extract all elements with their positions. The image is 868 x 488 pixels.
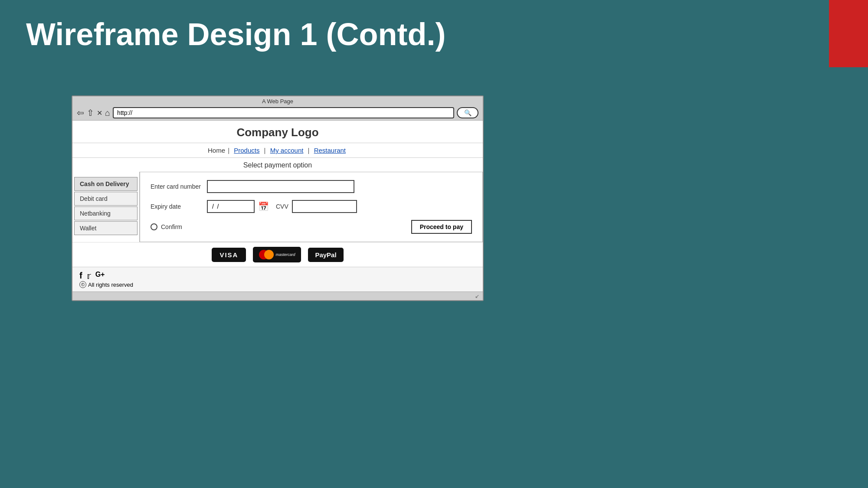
nav-sep-2: | (264, 147, 266, 154)
nav-links: Home | Products | My account | Restauran… (72, 143, 483, 158)
nav-account[interactable]: My account (270, 147, 304, 154)
browser-nav-bar: ⇦ ⇧ ✕ ⌂ 🔍 (72, 105, 483, 120)
payment-section-title: Select payment option (72, 158, 483, 172)
payment-sidebar: Cash on Delivery Debit card Netbanking W… (72, 172, 140, 242)
card-number-input[interactable] (207, 180, 354, 193)
copyright-line: © All rights reserved (79, 281, 476, 288)
copyright-symbol: © (79, 281, 86, 288)
payment-logos-bar: VISA mastercard PayPal (72, 242, 483, 267)
paypal-logo: PayPal (308, 248, 343, 262)
confirm-proceed-row: Confirm Proceed to pay (151, 220, 472, 234)
social-footer: f 𝕣 G+ © All rights reserved (72, 267, 483, 291)
visa-logo: VISA (212, 248, 246, 262)
confirm-label: Confirm (161, 223, 182, 230)
facebook-icon[interactable]: f (79, 271, 82, 281)
cvv-label: CVV (276, 203, 288, 210)
slide-title: Wireframe Design 1 (Contd.) (0, 0, 868, 60)
browser-title: A Web Page (72, 96, 483, 105)
company-logo: Company Logo (72, 121, 483, 143)
expiry-label: Expiry date (151, 203, 207, 210)
mastercard-logo: mastercard (253, 247, 301, 262)
search-icon: 🔍 (464, 109, 472, 116)
cvv-input[interactable] (292, 200, 357, 213)
expiry-cvv-row: Expiry date 📅 CVV (151, 200, 472, 213)
googleplus-icon[interactable]: G+ (95, 271, 105, 281)
browser-status-bar: ↙ (72, 291, 483, 300)
sidebar-item-netbanking[interactable]: Netbanking (74, 206, 138, 220)
red-accent-decoration (829, 0, 868, 67)
nav-products[interactable]: Products (234, 147, 259, 154)
search-button[interactable]: 🔍 (457, 107, 478, 118)
nav-sep-3: | (308, 147, 310, 154)
card-number-label: Enter card number (151, 183, 207, 190)
browser-window: A Web Page ⇦ ⇧ ✕ ⌂ 🔍 Company Logo Home |… (72, 95, 484, 301)
calendar-icon[interactable]: 📅 (258, 201, 269, 212)
confirm-radio[interactable] (151, 223, 157, 230)
proceed-to-pay-button[interactable]: Proceed to pay (411, 220, 472, 234)
forward-button[interactable]: ⇧ (87, 108, 94, 118)
confirm-left: Confirm (151, 223, 182, 230)
home-button[interactable]: ⌂ (105, 108, 110, 118)
resize-handle-icon: ↙ (475, 293, 479, 299)
sidebar-item-wallet[interactable]: Wallet (74, 221, 138, 235)
back-button[interactable]: ⇦ (77, 108, 84, 118)
nav-home[interactable]: Home (208, 147, 225, 154)
payment-form-area: Enter card number Expiry date 📅 CVV Conf… (140, 172, 483, 242)
sidebar-item-debit-card[interactable]: Debit card (74, 192, 138, 206)
close-button[interactable]: ✕ (97, 109, 102, 117)
browser-chrome: A Web Page ⇦ ⇧ ✕ ⌂ 🔍 (72, 96, 483, 121)
sidebar-item-cash-on-delivery[interactable]: Cash on Delivery (74, 177, 138, 191)
card-number-row: Enter card number (151, 180, 472, 193)
address-bar[interactable] (113, 107, 454, 118)
copyright-text: All rights reserved (88, 282, 133, 288)
nav-restaurant[interactable]: Restaurant (314, 147, 346, 154)
twitter-icon[interactable]: 𝕣 (87, 271, 91, 281)
payment-layout: Cash on Delivery Debit card Netbanking W… (72, 172, 483, 242)
page-content: Company Logo Home | Products | My accoun… (72, 121, 483, 291)
nav-sep-1: | (228, 147, 229, 154)
social-icons: f 𝕣 G+ (79, 271, 476, 281)
expiry-input[interactable] (207, 200, 255, 213)
